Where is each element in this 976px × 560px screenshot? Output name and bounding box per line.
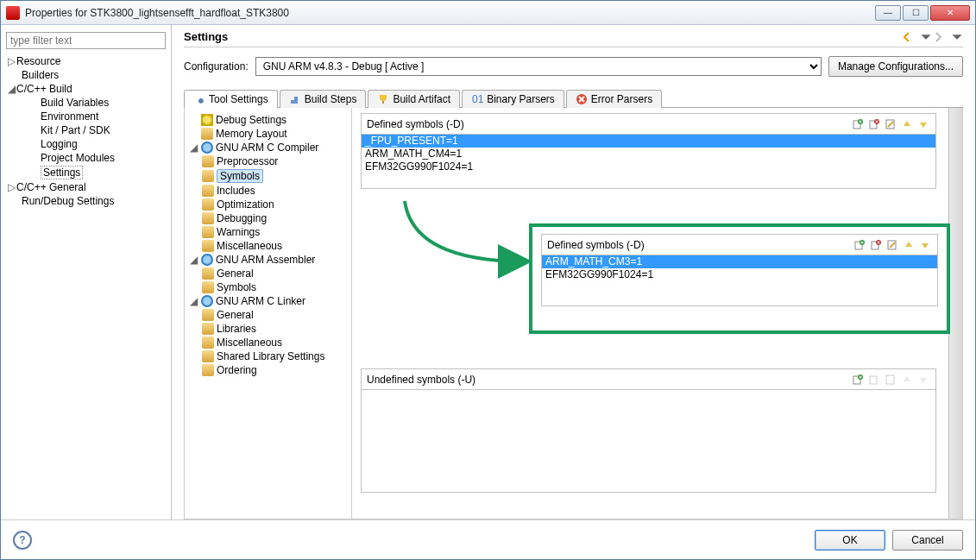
- compiler-icon: [201, 142, 213, 154]
- gear-icon: [201, 114, 213, 126]
- nav-buildvars[interactable]: Build Variables: [41, 97, 109, 109]
- tree-asm-symbols[interactable]: Symbols: [217, 281, 256, 293]
- defined-symbols-label: Defined symbols (-D): [367, 118, 848, 130]
- defined-symbols-list-after[interactable]: ARM_MATH_CM3=1 EFM32GG990F1024=1: [541, 255, 938, 306]
- linker-icon: [201, 295, 213, 307]
- tab-label: Tool Settings: [209, 93, 268, 105]
- tab-label: Build Artifact: [393, 93, 450, 105]
- configuration-select[interactable]: GNU ARM v4.8.3 - Debug [ Active ]: [255, 57, 822, 76]
- tree-lnk-general[interactable]: General: [217, 309, 254, 321]
- tab-label: Build Steps: [305, 93, 357, 105]
- move-down-icon[interactable]: [918, 238, 932, 252]
- folder-icon: [202, 337, 214, 349]
- list-item[interactable]: ARM_MATH_CM3=1: [542, 255, 937, 268]
- folder-icon: [202, 170, 214, 182]
- title-bar[interactable]: Properties for STK3800_lightsensefft_har…: [1, 1, 975, 25]
- page-menu-icon[interactable]: [951, 31, 963, 43]
- tab-binary-parsers[interactable]: 010 Binary Parsers: [462, 90, 564, 108]
- list-item[interactable]: ARM_MATH_CM4=1: [362, 148, 935, 160]
- forward-icon[interactable]: [932, 31, 944, 43]
- category-tree[interactable]: ▷Resource Builders ◢C/C++ Build Build Va…: [6, 54, 166, 208]
- close-button[interactable]: ✕: [930, 5, 970, 21]
- nav-resource[interactable]: Resource: [16, 55, 60, 67]
- nav-ccgeneral[interactable]: C/C++ General: [16, 181, 86, 193]
- move-down-icon[interactable]: [916, 117, 930, 131]
- tree-lnk-libraries[interactable]: Libraries: [217, 323, 256, 335]
- scrollbar[interactable]: [948, 108, 962, 519]
- folder-icon: [202, 281, 214, 293]
- nav-ccbuild[interactable]: C/C++ Build: [16, 83, 72, 95]
- nav-builders[interactable]: Builders: [22, 69, 59, 81]
- add-icon[interactable]: [853, 238, 866, 252]
- steps-icon: [289, 93, 301, 105]
- tab-error-parsers[interactable]: Error Parsers: [566, 90, 662, 108]
- nav-kitpartsdk[interactable]: Kit / Part / SDK: [41, 124, 110, 136]
- dialog-footer: ? OK Cancel: [1, 519, 975, 559]
- cancel-button[interactable]: Cancel: [892, 530, 963, 551]
- help-icon[interactable]: ?: [13, 531, 32, 550]
- nav-projectmodules[interactable]: Project Modules: [41, 152, 115, 164]
- manage-configurations-button[interactable]: Manage Configurations...: [828, 56, 963, 77]
- tree-debug-settings[interactable]: Debug Settings: [216, 114, 287, 126]
- list-item[interactable]: EFM32GG990F1024=1: [362, 160, 935, 173]
- folder-icon: [202, 212, 214, 224]
- folder-icon: [202, 364, 214, 376]
- tree-lnk-misc[interactable]: Miscellaneous: [217, 337, 282, 349]
- add-icon[interactable]: [851, 373, 865, 387]
- folder-icon: [202, 267, 214, 280]
- tree-asm-general[interactable]: General: [217, 267, 254, 280]
- folder-icon: [202, 240, 214, 252]
- tree-debugging[interactable]: Debugging: [217, 212, 267, 224]
- filter-input[interactable]: [6, 32, 166, 49]
- edit-icon[interactable]: [884, 117, 897, 131]
- page-title: Settings: [184, 30, 901, 43]
- folder-icon: [202, 198, 214, 211]
- folder-icon: [202, 309, 214, 321]
- tab-build-artifact[interactable]: Build Artifact: [368, 90, 460, 108]
- defined-symbols-list[interactable]: _FPU_PRESENT=1 ARM_MATH_CM4=1 EFM32GG990…: [361, 134, 936, 189]
- move-up-icon[interactable]: [902, 238, 916, 252]
- delete-icon[interactable]: [867, 117, 881, 131]
- add-icon[interactable]: [851, 117, 865, 131]
- nav-rundebug[interactable]: Run/Debug Settings: [22, 195, 114, 207]
- list-item[interactable]: _FPU_PRESENT=1: [362, 135, 935, 148]
- nav-logging[interactable]: Logging: [41, 138, 78, 150]
- tree-symbols[interactable]: Symbols: [217, 169, 263, 183]
- tree-miscellaneous[interactable]: Miscellaneous: [217, 240, 282, 252]
- nav-environment[interactable]: Environment: [41, 110, 98, 123]
- trophy-icon: [377, 93, 389, 105]
- minimize-button[interactable]: —: [875, 5, 901, 21]
- tree-c-compiler[interactable]: GNU ARM C Compiler: [216, 142, 318, 154]
- tab-build-steps[interactable]: Build Steps: [280, 90, 367, 108]
- tab-tool-settings[interactable]: Tool Settings: [184, 90, 278, 108]
- tree-lnk-ordering[interactable]: Ordering: [217, 364, 257, 376]
- move-up-icon[interactable]: [900, 373, 914, 387]
- edit-icon[interactable]: [884, 373, 897, 387]
- tree-warnings[interactable]: Warnings: [217, 226, 260, 238]
- maximize-button[interactable]: ☐: [903, 5, 929, 21]
- move-down-icon[interactable]: [916, 373, 930, 387]
- move-up-icon[interactable]: [900, 117, 914, 131]
- properties-dialog: Properties for STK3800_lightsensefft_har…: [0, 0, 976, 560]
- back-icon[interactable]: [901, 31, 913, 43]
- tree-includes[interactable]: Includes: [217, 185, 255, 197]
- undefined-symbols-list[interactable]: [361, 389, 936, 493]
- tool-settings-tree[interactable]: Debug Settings Memory Layout ◢GNU ARM C …: [185, 108, 352, 519]
- nav-settings[interactable]: Settings: [41, 166, 83, 179]
- category-tree-pane: ▷Resource Builders ◢C/C++ Build Build Va…: [1, 25, 172, 519]
- tree-optimization[interactable]: Optimization: [217, 198, 274, 211]
- error-icon: [576, 93, 588, 105]
- tree-assembler[interactable]: GNU ARM Assembler: [216, 254, 315, 266]
- tree-linker[interactable]: GNU ARM C Linker: [216, 295, 305, 307]
- svg-rect-2: [382, 101, 384, 104]
- edit-icon[interactable]: [885, 238, 899, 252]
- tree-lnk-shared[interactable]: Shared Library Settings: [217, 350, 324, 362]
- tab-label: Error Parsers: [591, 93, 652, 105]
- delete-icon[interactable]: [869, 238, 883, 252]
- tree-preprocessor[interactable]: Preprocessor: [217, 155, 278, 167]
- delete-icon[interactable]: [867, 373, 881, 387]
- list-item[interactable]: EFM32GG990F1024=1: [542, 268, 937, 281]
- tree-memory-layout[interactable]: Memory Layout: [216, 128, 287, 140]
- back-menu-icon[interactable]: [920, 31, 932, 43]
- ok-button[interactable]: OK: [815, 530, 885, 551]
